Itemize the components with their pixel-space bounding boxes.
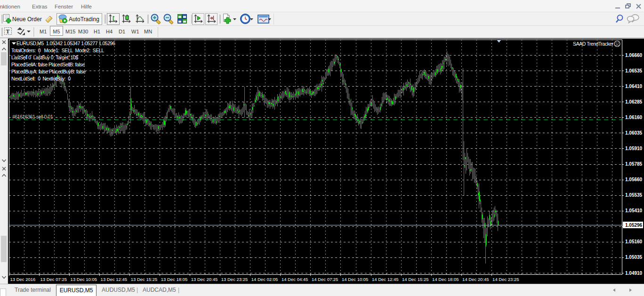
svg-text:14 Dec 04:45: 14 Dec 04:45 bbox=[282, 277, 308, 282]
svg-text:13 Dec 15:25: 13 Dec 15:25 bbox=[131, 277, 158, 282]
svg-text:1.05910: 1.05910 bbox=[625, 146, 643, 151]
svg-text:1.06160: 1.06160 bbox=[625, 115, 643, 120]
svg-text:1.06535: 1.06535 bbox=[625, 68, 643, 73]
svg-text:14 Dec 10:05: 14 Dec 10:05 bbox=[342, 277, 369, 282]
svg-text:TotalOrders: 0 Mode1: SELL: TotalOrders: 0 Mode1: SELL Mode2: SELL bbox=[11, 48, 104, 53]
svg-text:Neue Order: Neue Order bbox=[12, 16, 42, 23]
svg-text:SAAD TrendTracker: SAAD TrendTracker bbox=[573, 41, 614, 47]
svg-text:14 Dec 12:45: 14 Dec 12:45 bbox=[372, 277, 399, 282]
svg-text:1.05785: 1.05785 bbox=[625, 161, 643, 167]
svg-text:1.05660: 1.05660 bbox=[625, 177, 643, 182]
svg-text:14 Dec 02:05: 14 Dec 02:05 bbox=[251, 277, 278, 282]
svg-text:1.05296: 1.05296 bbox=[625, 223, 643, 228]
svg-text:EURUSD,M5 1.05342 1.05347 1.0: EURUSD,M5 1.05342 1.05347 1.05277 1.0529… bbox=[16, 40, 115, 46]
svg-text:1.05160: 1.05160 bbox=[625, 239, 643, 244]
svg-text:PlacedSellA: false PlacedSellB: PlacedSellA: false PlacedSellB: false bbox=[11, 62, 85, 67]
svg-text:1.05035: 1.05035 bbox=[625, 255, 643, 260]
svg-text:13 Dec 20:45: 13 Dec 20:45 bbox=[191, 277, 218, 282]
svg-text:14 Dec 07:25: 14 Dec 07:25 bbox=[312, 277, 338, 282]
svg-text:14 Dec 20:45: 14 Dec 20:45 bbox=[462, 277, 489, 282]
svg-text:1.06035: 1.06035 bbox=[625, 130, 643, 136]
svg-text:14 Dec 15:25: 14 Dec 15:25 bbox=[402, 277, 429, 282]
svg-text:13 Dec 23:25: 13 Dec 23:25 bbox=[221, 277, 248, 282]
svg-text:13 Dec 18:05: 13 Dec 18:05 bbox=[161, 277, 188, 282]
svg-text:13 Dec 07:25: 13 Dec 07:25 bbox=[40, 277, 67, 282]
svg-text:1.05410: 1.05410 bbox=[625, 208, 643, 213]
svg-text:AutoTrading: AutoTrading bbox=[69, 16, 99, 23]
svg-text:1.06285: 1.06285 bbox=[625, 99, 643, 104]
svg-text:1.04910: 1.04910 bbox=[625, 271, 643, 276]
svg-text:T: T bbox=[6, 28, 10, 35]
svg-text:PlacedBuyA: false PlacedBuyB:: PlacedBuyA: false PlacedBuyB: false bbox=[11, 69, 86, 74]
svg-text:14 Dec 23:25: 14 Dec 23:25 bbox=[492, 277, 519, 282]
svg-text:#61616361 sell 0.01: #61616361 sell 0.01 bbox=[12, 114, 53, 120]
svg-text:13 Dec 2016: 13 Dec 2016 bbox=[10, 277, 36, 282]
svg-text:13 Dec 12:45: 13 Dec 12:45 bbox=[101, 277, 128, 282]
svg-text:14 Dec 18:05: 14 Dec 18:05 bbox=[432, 277, 459, 282]
svg-text:1.06410: 1.06410 bbox=[625, 84, 643, 89]
svg-text:1.05535: 1.05535 bbox=[625, 192, 643, 198]
svg-text:LastSell 0 LastBuy 0 Target:: LastSell 0 LastBuy 0 Target: 10$ bbox=[11, 55, 78, 60]
svg-text:1.06660: 1.06660 bbox=[625, 53, 643, 58]
svg-text:NextLotSell: 0 NextlotBuy:: NextLotSell: 0 NextlotBuy: 0 bbox=[11, 76, 71, 81]
svg-text:13 Dec 10:05: 13 Dec 10:05 bbox=[71, 277, 97, 282]
